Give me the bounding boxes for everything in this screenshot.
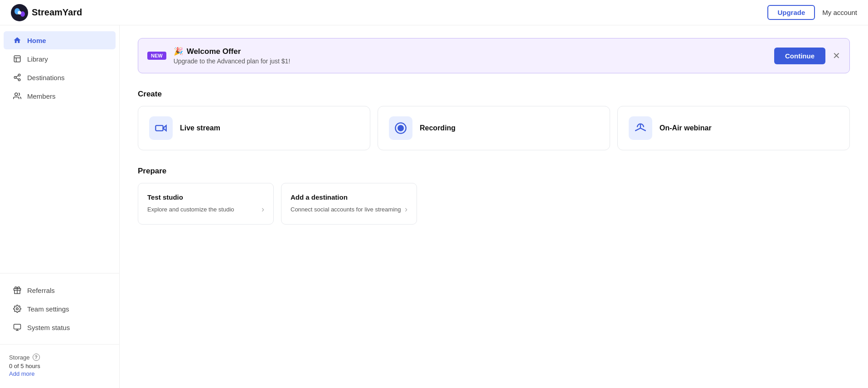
test-studio-chevron: › bbox=[262, 205, 264, 214]
sidebar-label-referrals: Referrals bbox=[27, 287, 55, 294]
sidebar-item-destinations[interactable]: Destinations bbox=[4, 68, 116, 86]
my-account-link[interactable]: My account bbox=[822, 9, 857, 16]
logo: StreamYard bbox=[11, 4, 82, 21]
add-destination-desc: Connect social accounts for live streami… bbox=[291, 205, 401, 214]
banner-title: 🎉 Welcome Offer bbox=[174, 47, 767, 56]
sidebar-divider-1 bbox=[0, 273, 119, 273]
recording-icon-wrap bbox=[389, 116, 412, 140]
svg-point-15 bbox=[16, 308, 19, 310]
banner-text: 🎉 Welcome Offer Upgrade to the Advanced … bbox=[174, 47, 767, 65]
svg-point-22 bbox=[398, 125, 403, 131]
recording-label: Recording bbox=[420, 124, 456, 132]
svg-rect-4 bbox=[14, 56, 20, 62]
video-camera-icon bbox=[155, 122, 167, 134]
sidebar-item-referrals[interactable]: Referrals bbox=[4, 281, 116, 299]
on-air-webinar-card[interactable]: On-Air webinar bbox=[617, 106, 850, 150]
banner-close-button[interactable]: ✕ bbox=[833, 50, 840, 61]
upgrade-button[interactable]: Upgrade bbox=[767, 5, 815, 20]
storage-add-link[interactable]: Add more bbox=[9, 370, 110, 377]
sidebar-label-members: Members bbox=[27, 92, 56, 100]
sidebar-label-home: Home bbox=[27, 37, 46, 44]
banner-emoji: 🎉 bbox=[174, 47, 183, 56]
destinations-icon bbox=[13, 73, 22, 82]
storage-usage: 0 of 5 hours bbox=[9, 363, 110, 369]
sidebar-item-members[interactable]: Members bbox=[4, 87, 116, 105]
gear-icon bbox=[13, 304, 22, 313]
add-destination-title: Add a destination bbox=[291, 193, 407, 201]
sidebar-label-system-status: System status bbox=[27, 324, 70, 331]
on-air-webinar-label: On-Air webinar bbox=[659, 124, 712, 132]
sidebar-label-team-settings: Team settings bbox=[27, 305, 69, 313]
sidebar-item-team-settings[interactable]: Team settings bbox=[4, 300, 116, 318]
svg-point-9 bbox=[18, 79, 20, 81]
live-stream-card[interactable]: Live stream bbox=[138, 106, 370, 150]
svg-rect-16 bbox=[14, 324, 21, 329]
create-section: Create Live stream bbox=[138, 90, 850, 150]
add-destination-body: Connect social accounts for live streami… bbox=[291, 205, 407, 214]
recording-card[interactable]: Recording bbox=[378, 106, 610, 150]
svg-point-7 bbox=[18, 74, 20, 77]
storage-label-text: Storage bbox=[9, 354, 30, 361]
library-icon bbox=[13, 54, 22, 63]
sidebar-item-system-status[interactable]: System status bbox=[4, 318, 116, 336]
create-section-title: Create bbox=[138, 90, 850, 99]
sidebar-nav: Home Library Destinations Members bbox=[0, 31, 119, 269]
svg-rect-19 bbox=[155, 125, 163, 131]
prepare-section-title: Prepare bbox=[138, 167, 850, 176]
test-studio-card[interactable]: Test studio Explore and customize the st… bbox=[138, 183, 274, 225]
app-name: StreamYard bbox=[32, 7, 82, 18]
topbar-right: Upgrade My account bbox=[767, 5, 857, 20]
banner-continue-button[interactable]: Continue bbox=[774, 48, 825, 64]
create-cards: Live stream Recording bbox=[138, 106, 850, 150]
add-destination-card[interactable]: Add a destination Connect social account… bbox=[281, 183, 417, 225]
record-icon bbox=[394, 122, 407, 134]
streamyard-logo-icon bbox=[11, 4, 28, 21]
storage-help-icon[interactable]: ? bbox=[33, 354, 40, 361]
sidebar-bottom: Referrals Team settings System status bbox=[0, 277, 119, 340]
new-badge: NEW bbox=[147, 52, 166, 60]
topbar: StreamYard Upgrade My account bbox=[0, 0, 868, 25]
members-icon bbox=[13, 91, 22, 101]
test-studio-desc: Explore and customize the studio bbox=[147, 205, 258, 214]
svg-point-3 bbox=[18, 11, 21, 14]
svg-point-8 bbox=[14, 77, 16, 79]
layout: Home Library Destinations Members bbox=[0, 25, 868, 388]
sidebar-label-destinations: Destinations bbox=[27, 74, 65, 81]
sidebar-item-home[interactable]: Home bbox=[4, 31, 116, 49]
sidebar-label-library: Library bbox=[27, 55, 48, 63]
add-destination-chevron: › bbox=[405, 205, 407, 214]
main-content: NEW 🎉 Welcome Offer Upgrade to the Advan… bbox=[120, 25, 868, 388]
test-studio-body: Explore and customize the studio › bbox=[147, 205, 264, 214]
gift-icon bbox=[13, 286, 22, 295]
sidebar-storage: Storage ? 0 of 5 hours Add more bbox=[0, 348, 119, 383]
sidebar: Home Library Destinations Members bbox=[0, 25, 120, 388]
webinar-icon bbox=[634, 122, 647, 134]
banner-title-text: Welcome Offer bbox=[187, 47, 241, 56]
test-studio-title: Test studio bbox=[147, 193, 264, 201]
banner-subtitle: Upgrade to the Advanced plan for just $1… bbox=[174, 57, 767, 65]
prepare-cards: Test studio Explore and customize the st… bbox=[138, 183, 850, 225]
prepare-section: Prepare Test studio Explore and customiz… bbox=[138, 167, 850, 225]
monitor-icon bbox=[13, 323, 22, 332]
on-air-icon-wrap bbox=[629, 116, 652, 140]
svg-line-10 bbox=[16, 78, 18, 79]
svg-point-12 bbox=[15, 93, 18, 96]
sidebar-divider-2 bbox=[0, 344, 119, 345]
home-icon bbox=[13, 36, 22, 45]
welcome-banner: NEW 🎉 Welcome Offer Upgrade to the Advan… bbox=[138, 38, 850, 73]
live-stream-label: Live stream bbox=[180, 124, 220, 132]
live-stream-icon-wrap bbox=[149, 116, 173, 140]
svg-line-11 bbox=[16, 76, 18, 77]
sidebar-item-library[interactable]: Library bbox=[4, 50, 116, 68]
